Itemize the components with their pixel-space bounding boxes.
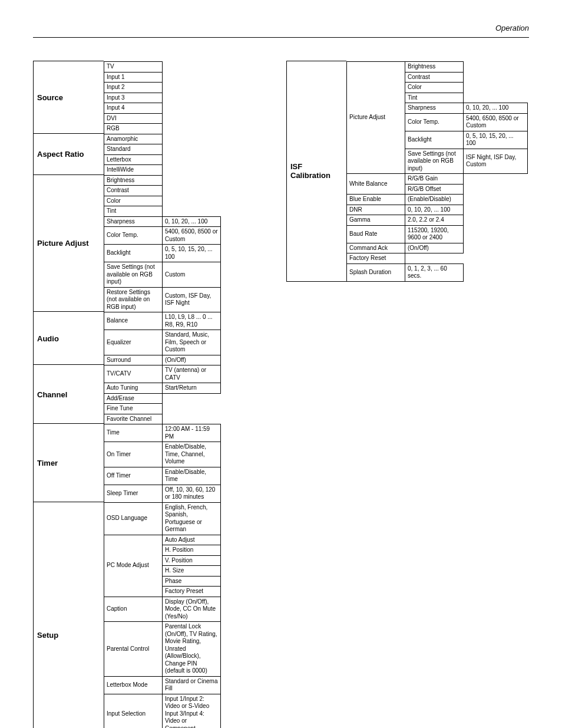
section-label: Aspect Ratio — [33, 133, 104, 176]
option-cell: 0, 5, 10, 15, 20, ... 100 — [162, 244, 221, 262]
item-cell: Parental Control — [104, 621, 163, 677]
option-cell: Custom, ISF Day, ISF Night — [162, 287, 221, 313]
item-cell: Save Settings (not available on RGB inpu… — [104, 262, 163, 288]
header-rule — [33, 37, 529, 38]
item-cell: Backlight — [104, 244, 163, 262]
option-cell: Brightness — [405, 61, 464, 73]
section-label: Setup — [33, 502, 104, 729]
menu-section: ISF CalibrationPicture AdjustBrightnessC… — [286, 61, 528, 282]
item-cell: Sleep Timer — [104, 485, 163, 503]
option-cell: 115200, 19200, 9600 or 2400 — [405, 225, 464, 243]
item-cell: Brightness — [104, 175, 163, 186]
section-label: Channel — [33, 364, 104, 424]
menu-section: AudioBalanceL10, L9, L8 ... 0 ... R8, R9… — [33, 312, 269, 365]
item-cell: Anamorphic — [104, 134, 163, 145]
option-cell: English, French, Spanish, Portuguese or … — [162, 502, 221, 535]
sub-label: PC Mode Adjust — [104, 535, 163, 597]
item-cell: Input 4 — [104, 103, 163, 114]
option-cell: Enable/Disable, Time — [162, 467, 221, 485]
item-cell: Surround — [104, 355, 163, 366]
section-body: BalanceL10, L9, L8 ... 0 ... R8, R9, R10… — [104, 312, 269, 365]
option-cell: (On/Off) — [162, 355, 221, 366]
option-cell: Display (On/Off), Mode, CC On Mute (Yes/… — [162, 597, 221, 622]
menu-section: TimerTime12:00 AM - 11:59 PMOn TimerEnab… — [33, 424, 269, 503]
item-cell: Add/Erase — [104, 393, 163, 404]
item-cell: IntelliWide — [104, 164, 163, 176]
sub-label: White Balance — [346, 173, 405, 195]
menu-section: SetupOSD LanguageEnglish, French, Spanis… — [33, 502, 269, 729]
option-cell: 0, 10, 20, ... 100 — [405, 205, 464, 216]
section-label: Timer — [33, 423, 104, 503]
option-cell: (Enable/Disable) — [405, 194, 464, 205]
item-cell: Color — [104, 196, 163, 207]
page-header: Operation — [33, 24, 529, 32]
menu-section: SourceTVInput 1Input 2Input 3Input 4DVIR… — [33, 61, 269, 134]
option-cell: Standard or Cinema Fill — [162, 676, 221, 694]
option-cell: Custom — [162, 262, 221, 288]
item-cell: Restore Settings (not available on RGB i… — [104, 287, 163, 313]
option-cell: Backlight — [405, 131, 464, 149]
section-body: TV/CATVTV (antenna) or CATVAuto TuningSt… — [104, 365, 269, 424]
value-cell: 5400, 6500, 8500 or Custom — [463, 113, 528, 131]
item-cell: Gamma — [346, 215, 405, 226]
item-cell: Baud Rate — [346, 225, 405, 243]
option-cell: V. Position — [162, 555, 221, 566]
section-label: ISF Calibration — [286, 61, 346, 282]
option-cell: R/G/B Offset — [405, 184, 464, 195]
option-cell: Color — [405, 82, 464, 93]
option-cell: (On/Off) — [405, 243, 464, 254]
item-cell: TV — [104, 61, 163, 73]
option-cell: H. Position — [162, 545, 221, 556]
item-cell: Standard — [104, 144, 163, 155]
item-cell: Input 2 — [104, 82, 163, 93]
item-cell: Caption — [104, 597, 163, 622]
menu-column-left: SourceTVInput 1Input 2Input 3Input 4DVIR… — [33, 61, 269, 728]
item-cell: Favorite Channel — [104, 414, 163, 425]
item-cell: Splash Duration — [346, 263, 405, 282]
option-cell: 0, 10, 20, ... 100 — [162, 216, 221, 228]
value-cell: 0, 5, 10, 15, 20, ... 100 — [463, 131, 528, 149]
option-cell: Off, 10, 30, 60, 120 or 180 minutes — [162, 485, 221, 503]
option-cell: Contrast — [405, 72, 464, 83]
menu-column-right: ISF CalibrationPicture AdjustBrightnessC… — [286, 61, 528, 282]
item-cell: TV/CATV — [104, 365, 163, 383]
section-body: TVInput 1Input 2Input 3Input 4DVIRGB — [104, 61, 269, 134]
item-cell: On Timer — [104, 442, 163, 467]
item-cell: DVI — [104, 113, 163, 124]
item-cell: Command Ack — [346, 243, 405, 254]
value-cell: ISF Night, ISF Day, Custom — [463, 149, 528, 174]
section-label: Picture Adjust — [33, 174, 104, 313]
section-label: Audio — [33, 311, 104, 365]
option-cell: Auto Adjust — [162, 535, 221, 546]
item-cell: Color Temp. — [104, 226, 163, 245]
option-cell: Input 1/Input 2: Video or S-Video Input … — [162, 694, 221, 729]
item-cell: Contrast — [104, 185, 163, 196]
option-cell: L10, L9, L8 ... 0 ... R8, R9, R10 — [162, 312, 221, 330]
sub-label: Picture Adjust — [346, 61, 405, 174]
item-cell: Letterbox Mode — [104, 676, 163, 694]
section-label: Source — [33, 61, 104, 134]
item-cell: Auto Tuning — [104, 383, 163, 394]
option-cell: Color Temp. — [405, 113, 464, 131]
section-body: AnamorphicStandardLetterboxIntelliWide — [104, 134, 269, 176]
item-cell: Balance — [104, 312, 163, 330]
item-cell: Input Selection — [104, 694, 163, 729]
value-cell: 0, 10, 20, ... 100 — [463, 103, 528, 114]
item-cell: DNR — [346, 205, 405, 216]
item-cell: Off Timer — [104, 467, 163, 485]
section-body: Picture AdjustBrightnessContrastColorTin… — [346, 61, 528, 282]
item-cell: Factory Reset — [346, 253, 405, 264]
option-cell: R/G/B Gain — [405, 173, 464, 185]
item-cell: Letterbox — [104, 154, 163, 166]
option-cell: Enable/Disable, Time, Channel, Volume — [162, 442, 221, 467]
item-cell: OSD Language — [104, 502, 163, 535]
menu-section: ChannelTV/CATVTV (antenna) or CATVAuto T… — [33, 365, 269, 424]
option-cell: Save Settings (not available on RGB inpu… — [405, 149, 464, 174]
item-cell: Time — [104, 424, 163, 442]
option-cell: Standard, Music, Film, Speech or Custom — [162, 330, 221, 355]
item-cell: RGB — [104, 123, 163, 134]
option-cell: 12:00 AM - 11:59 PM — [162, 424, 221, 442]
option-cell: TV (antenna) or CATV — [162, 365, 221, 383]
item-cell: Input 1 — [104, 72, 163, 83]
option-cell: Start/Return — [162, 383, 221, 394]
